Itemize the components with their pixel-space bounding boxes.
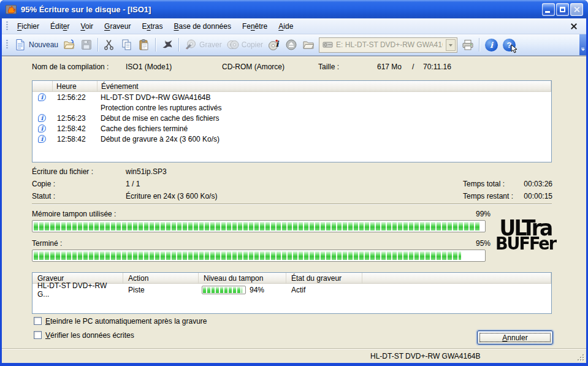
copy-disc-button-label: Copier [242, 40, 263, 49]
shutdown-checkbox[interactable]: Eteindre le PC automatiquement après la … [34, 316, 207, 326]
checkbox-icon[interactable] [34, 331, 42, 339]
resize-grip[interactable] [576, 353, 584, 361]
column-empty [362, 273, 551, 283]
cancel-button[interactable]: Annuler [477, 330, 553, 345]
burn-button[interactable]: Graver [182, 36, 224, 53]
menu-extras[interactable]: Extras [136, 19, 168, 34]
event-text: Début de gravure à 24x (3 600 Ko/s) [97, 135, 551, 143]
column-icon[interactable] [32, 81, 53, 91]
disc-info-icon: i [268, 39, 280, 51]
done-progress-fill [34, 251, 461, 260]
menu-aide[interactable]: Aide [273, 19, 299, 34]
cursor-arrow-icon [511, 45, 518, 53]
column-etat-graveur[interactable]: État du graveur [286, 273, 362, 283]
eject-icon [285, 39, 297, 51]
recorder-row[interactable]: HL-DT-ST DVD+-RW G... Piste 94% Actif [32, 284, 551, 296]
done-progress-percent: 95% [462, 239, 491, 248]
event-time: 12:58:42 [53, 124, 97, 133]
chevron-down-icon [449, 44, 452, 48]
new-button-label: Nouveau [29, 40, 58, 49]
event-time: 12:56:22 [53, 93, 97, 102]
menu-editer[interactable]: Éditer [45, 19, 75, 34]
separator-line [32, 204, 552, 205]
event-row[interactable]: 12:58:42 Début de gravure à 24x (3 600 K… [32, 134, 551, 144]
save-button[interactable] [78, 36, 95, 53]
recorder-name: HL-DT-ST DVD+-RW G... [32, 281, 123, 299]
menu-fichier[interactable]: Fichier [12, 19, 45, 34]
status-label: Statut : [32, 192, 55, 200]
info-button[interactable]: i [483, 36, 500, 53]
info-bubble-icon [38, 114, 46, 122]
toolbar-overflow-button[interactable] [579, 34, 586, 55]
column-niveau-tampon[interactable]: Niveau du tampon [199, 273, 286, 283]
print-button[interactable] [459, 36, 476, 53]
menubar-drag-handle[interactable] [6, 21, 8, 31]
minimize-button[interactable] [542, 3, 555, 16]
menu-base-de-donnees[interactable]: Base de données [168, 19, 236, 34]
column-evenement[interactable]: Événement [97, 81, 551, 91]
overflow-icon [581, 48, 584, 48]
close-icon [573, 6, 580, 13]
column-heure[interactable]: Heure [53, 81, 97, 91]
title-bar: 95% Écriture sur le disque - [ISO1] [0, 0, 588, 18]
info-bubble-icon [38, 93, 46, 101]
save-floppy-icon [80, 39, 93, 51]
compilation-name-value: ISO1 (Mode1) [126, 63, 172, 71]
eagle-icon [161, 39, 174, 51]
eject-button[interactable] [283, 36, 300, 53]
cut-button[interactable] [101, 36, 118, 53]
recorder-buffer-bar [202, 286, 246, 294]
event-row[interactable]: 12:56:23 Début de mise en cache des fich… [32, 113, 551, 123]
duration-value: 70:11.16 [423, 63, 451, 71]
document-close-icon[interactable] [570, 23, 578, 30]
maximize-button[interactable] [556, 3, 569, 16]
copy-disc-button[interactable]: Copier [224, 36, 265, 53]
cover-designer-button[interactable] [159, 36, 176, 53]
size-label: Taille : [318, 63, 339, 71]
toolbar-separator [479, 38, 480, 51]
copy-pages-icon [121, 39, 133, 51]
help-icon: ? [503, 39, 516, 51]
size-separator: / [412, 63, 414, 71]
toolbar-separator [178, 38, 180, 51]
shutdown-checkbox-label: Eteindre le PC automatiquement après la … [45, 317, 207, 326]
column-action[interactable]: Action [123, 273, 199, 283]
help-button[interactable]: ? [500, 36, 518, 53]
remaining-time-value: 00:00:15 [516, 192, 552, 200]
app-flame-icon [5, 3, 17, 15]
checkbox-icon[interactable] [34, 317, 42, 325]
drive-selector-dropdown[interactable] [446, 39, 456, 51]
event-row[interactable]: Protection contre les ruptures activés [32, 102, 551, 113]
menu-bar: Fichier Éditer Voir Graveur Extras Base … [2, 18, 586, 34]
recorder-buffer-fill [203, 287, 242, 293]
drive-selector[interactable]: E: HL-DT-ST DVD+-RW GWA4164B [319, 37, 457, 53]
new-compilation-button[interactable]: Nouveau [12, 36, 61, 53]
copy-label: Copie : [32, 180, 55, 188]
compilation-name-label: Nom de la compilation : [32, 63, 109, 71]
copy-disc-icon [227, 39, 239, 51]
info-icon: i [485, 39, 498, 51]
menu-fenetre[interactable]: Fenêtre [237, 19, 273, 34]
verify-checkbox[interactable]: Vérifier les données écrites [34, 330, 134, 340]
drive-icon [323, 40, 333, 50]
toolbar-drag-handle[interactable] [6, 40, 8, 50]
event-row[interactable]: 12:56:22 HL-DT-ST DVD+-RW GWA4164B [32, 92, 551, 102]
buffer-progress-fill [34, 222, 479, 231]
folder-icon [302, 39, 315, 51]
writing-file-value: win51ip.SP3 [126, 167, 167, 176]
paste-clipboard-icon [138, 39, 150, 51]
burn-disc-icon [185, 39, 197, 51]
menu-voir[interactable]: Voir [75, 19, 99, 34]
writing-file-label: Écriture du fichier : [32, 167, 93, 176]
buffer-progress-label: Mémoire tampon utilisée : [32, 210, 116, 218]
open-button[interactable] [61, 36, 78, 53]
paste-button[interactable] [136, 36, 153, 53]
disc-info-button[interactable]: i [265, 36, 283, 53]
ultra-buffer-logo-line2: BUFFer [492, 237, 559, 251]
burn-status-panel: Nom de la compilation : ISO1 (Mode1) CD-… [2, 56, 586, 348]
event-row[interactable]: 12:58:42 Cache des fichiers terminé [32, 123, 551, 134]
copy-button[interactable] [118, 36, 136, 53]
close-button[interactable] [570, 3, 583, 16]
browse-folder-button[interactable] [300, 36, 317, 53]
menu-graveur[interactable]: Graveur [99, 19, 136, 34]
